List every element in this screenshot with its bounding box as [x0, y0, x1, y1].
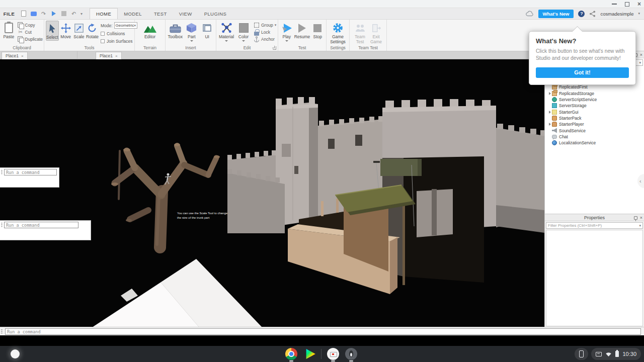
expand-chevron-icon[interactable]: [547, 123, 552, 126]
redo-icon[interactable]: ↷: [40, 11, 47, 17]
got-it-button[interactable]: Got it!: [536, 67, 629, 78]
explorer-item[interactable]: ReplicatedFirst: [545, 84, 644, 90]
color-button[interactable]: Color: [236, 21, 251, 42]
open-icon[interactable]: [30, 11, 37, 17]
drag-grip-icon[interactable]: [1, 222, 3, 227]
save-icon[interactable]: [60, 11, 67, 17]
collisions-checkbox-row[interactable]: Collisions: [101, 31, 133, 36]
scale-tool-button[interactable]: Scale: [73, 21, 85, 40]
ribbon-tab[interactable]: PLUGINS: [198, 8, 233, 19]
share-icon[interactable]: [589, 11, 596, 17]
explorer-item[interactable]: ReplicatedStorage: [545, 90, 644, 97]
phone-hub-button[interactable]: [575, 348, 588, 360]
viewport-3d[interactable]: You can use the Scale Tool to change the…: [0, 59, 544, 327]
close-panel-icon[interactable]: ×: [640, 53, 642, 57]
place-tab-1[interactable]: Place1×: [2, 52, 28, 59]
play-dropdown-icon[interactable]: [285, 40, 288, 42]
explorer-item[interactable]: StarterPlayer: [545, 121, 644, 127]
properties-filter-input[interactable]: [546, 223, 639, 228]
team-test-button[interactable]: Team Test: [353, 21, 368, 44]
move-tool-button[interactable]: Move: [60, 21, 72, 40]
chevron-down-icon[interactable]: ▾: [639, 224, 642, 228]
explorer-item[interactable]: SoundService: [545, 127, 644, 133]
play-store-app-button[interactable]: [303, 347, 316, 360]
floating-command-widget-2[interactable]: [0, 221, 91, 240]
game-settings-button[interactable]: Game Settings: [328, 21, 348, 44]
group-button[interactable]: Group▾: [254, 22, 276, 28]
ribbon-tab[interactable]: HOME: [90, 8, 118, 19]
files-app-button[interactable]: [327, 347, 340, 360]
floating-command-widget-1[interactable]: [0, 168, 59, 187]
material-icon: [221, 23, 232, 33]
explorer-item[interactable]: LocalizationService: [545, 140, 644, 146]
account-dropdown-icon[interactable]: ▾: [638, 12, 640, 16]
toolbox-button[interactable]: Toolbox: [167, 21, 184, 40]
group-icon: [254, 23, 259, 28]
properties-filter[interactable]: ▾: [546, 222, 643, 229]
cloud-icon[interactable]: [526, 11, 534, 17]
chevron-down-icon[interactable]: ▾: [639, 61, 642, 65]
explorer-item[interactable]: ServerStorage: [545, 103, 644, 109]
linux-terminal-app-button[interactable]: [345, 347, 358, 360]
color-dropdown-icon[interactable]: [242, 40, 245, 42]
explorer-item[interactable]: Chat: [545, 134, 644, 140]
drag-grip-icon[interactable]: [1, 329, 3, 334]
minimize-icon[interactable]: [612, 4, 617, 5]
explorer-item[interactable]: ServerScriptService: [545, 97, 644, 103]
rotate-tool-button[interactable]: Rotate: [86, 21, 99, 40]
mode-dropdown[interactable]: Geometric▾: [114, 22, 137, 29]
select-tool-button[interactable]: Select: [46, 21, 59, 41]
lock-icon: [254, 32, 259, 36]
expand-chevron-icon[interactable]: [547, 92, 552, 95]
ribbon-tab[interactable]: VIEW: [173, 8, 198, 19]
duplicate-button[interactable]: Duplicate: [18, 36, 43, 42]
resume-button[interactable]: Resume: [295, 21, 310, 40]
publish-icon[interactable]: [50, 11, 57, 17]
material-button[interactable]: Material: [218, 21, 235, 42]
command-input[interactable]: [4, 222, 78, 228]
part-button[interactable]: Part: [185, 21, 199, 42]
exit-game-button[interactable]: Exit Game: [369, 21, 384, 44]
command-bar-input[interactable]: [5, 328, 641, 335]
stop-button[interactable]: Stop: [311, 21, 325, 40]
terrain-editor-button[interactable]: Editor: [140, 21, 160, 40]
close-icon[interactable]: ×: [637, 1, 641, 7]
collisions-checkbox[interactable]: [101, 32, 105, 36]
part-dropdown-icon[interactable]: [190, 40, 193, 42]
close-tab-icon[interactable]: ×: [115, 54, 118, 58]
join-surfaces-checkbox-row[interactable]: Join Surfaces: [101, 39, 133, 44]
drag-grip-icon[interactable]: [1, 169, 3, 174]
explorer-item[interactable]: StarterPack: [545, 115, 644, 121]
command-input[interactable]: [4, 169, 57, 175]
restore-icon[interactable]: [625, 2, 629, 7]
resume-icon: [298, 24, 306, 33]
edit-dialog-launcher-icon[interactable]: [273, 46, 276, 50]
place-tab-2[interactable]: Place1×: [96, 52, 122, 59]
explorer-item[interactable]: StarterGui: [545, 109, 644, 115]
help-icon[interactable]: ?: [578, 11, 585, 17]
launcher-button[interactable]: [11, 349, 20, 358]
close-tab-icon[interactable]: ×: [21, 54, 24, 58]
file-menu-button[interactable]: FILE: [0, 8, 18, 19]
paste-button[interactable]: Paste: [2, 21, 16, 40]
cut-button[interactable]: ✂Cut: [18, 29, 43, 35]
chrome-app-button[interactable]: [285, 347, 298, 360]
new-file-icon[interactable]: [20, 11, 27, 17]
join-surfaces-checkbox[interactable]: [101, 39, 105, 43]
ui-button[interactable]: UI: [200, 21, 214, 40]
pin-icon[interactable]: [634, 216, 637, 220]
close-panel-icon[interactable]: ×: [640, 216, 642, 220]
anchor-button[interactable]: Anchor: [254, 36, 276, 42]
ribbon-tab[interactable]: MODEL: [118, 8, 148, 19]
whats-new-button[interactable]: What's New: [538, 10, 574, 18]
username[interactable]: cosmadesimple: [600, 11, 633, 17]
status-tray[interactable]: 10:30: [591, 348, 641, 360]
expand-chevron-icon[interactable]: [547, 111, 552, 114]
material-dropdown-icon[interactable]: [225, 40, 228, 42]
lock-button[interactable]: Lock: [254, 29, 276, 35]
qat-dropdown-icon[interactable]: ▾: [80, 12, 83, 16]
play-button[interactable]: Play: [280, 21, 294, 42]
ribbon-tab[interactable]: TEST: [148, 8, 173, 19]
undo-icon[interactable]: ↶: [70, 11, 77, 17]
copy-button[interactable]: Copy: [18, 22, 43, 28]
